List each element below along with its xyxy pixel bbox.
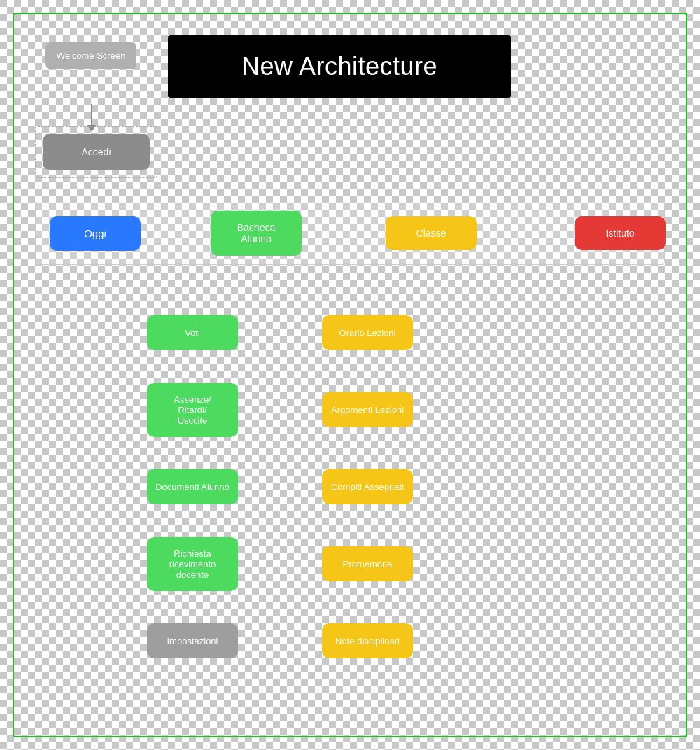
- note-disciplinari-node[interactable]: Note disciplinari: [322, 623, 413, 658]
- bacheca-alunno-node[interactable]: Bacheca Alunno: [211, 211, 302, 256]
- outer-border: New Architecture Welcome Screen Accedi O…: [13, 13, 687, 737]
- argomenti-lezioni-node[interactable]: Argomenti Lezioni: [322, 392, 413, 427]
- orario-lezioni-node[interactable]: Orario Lezioni: [322, 315, 413, 350]
- welcome-screen-node[interactable]: Welcome Screen: [46, 42, 136, 69]
- oggi-node[interactable]: Oggi: [50, 216, 141, 251]
- row-voti: Voti Orario Lezioni: [14, 294, 700, 371]
- promemoria-node[interactable]: Promemoria: [322, 546, 413, 581]
- row-documenti: Documenti Alunno Compiti Assegnati: [14, 448, 700, 525]
- arrow-line: [91, 104, 92, 125]
- richiesta-node[interactable]: Richiesta ricevimento docente: [147, 537, 238, 591]
- accedi-node[interactable]: Accedi: [43, 134, 150, 170]
- impostazioni-node[interactable]: Impostazioni: [147, 623, 238, 658]
- title-bar: New Architecture: [168, 35, 511, 98]
- assenze-node[interactable]: Assenze/ Ritardi/ Usccite: [147, 383, 238, 437]
- content-nodes: Voti Orario Lezioni Assenze/ Ritardi/ Us…: [14, 294, 700, 679]
- compiti-assegnati-node[interactable]: Compiti Assegnati: [322, 469, 413, 504]
- main-title: New Architecture: [241, 52, 438, 81]
- accedi-container: Accedi: [35, 126, 158, 178]
- classe-node[interactable]: Classe: [386, 216, 477, 250]
- background: New Architecture Welcome Screen Accedi O…: [0, 0, 700, 750]
- row-assenze: Assenze/ Ritardi/ Usccite Argomenti Lezi…: [14, 371, 700, 448]
- istituto-node[interactable]: Istituto: [575, 216, 666, 250]
- main-row-container: Oggi Bacheca Alunno Classe Istituto: [35, 202, 665, 265]
- voti-node[interactable]: Voti: [147, 315, 238, 350]
- row-impostazioni: Impostazioni Note disciplinari: [14, 602, 700, 679]
- row-richiesta: Richiesta ricevimento docente Promemoria: [14, 525, 700, 602]
- documenti-alunno-node[interactable]: Documenti Alunno: [147, 469, 238, 504]
